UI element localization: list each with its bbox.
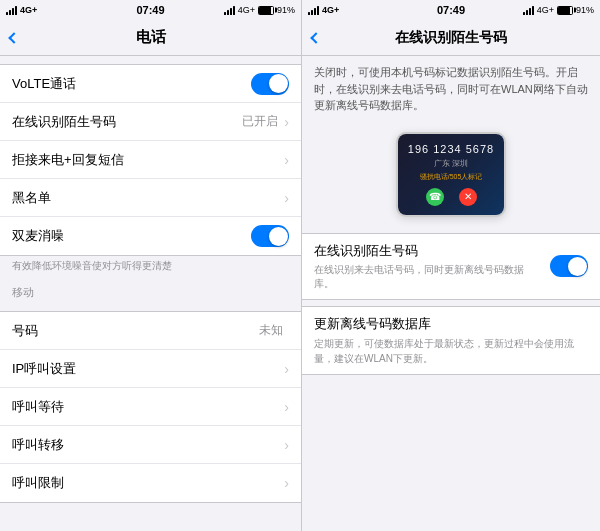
call-wait-arrow: › [284, 399, 289, 415]
right-chevron-left-icon [310, 32, 321, 43]
right-right-status: 4G+ 91% [523, 5, 594, 15]
update-title: 更新离线号码数据库 [314, 315, 588, 333]
right-battery-icon [557, 6, 573, 15]
number-value: 未知 [259, 322, 283, 339]
call-wait-label: 呼叫等待 [12, 398, 284, 416]
number-item[interactable]: 号码 未知 [0, 312, 301, 350]
right-left-signal: 4G+ [308, 5, 339, 15]
right-description-text: 关闭时，可使用本机号码标记数据识别陌生号码。开启时，在线识别来去电话号码，同时可… [302, 56, 600, 122]
signal-bars-1 [6, 5, 17, 15]
call-wait-item[interactable]: 呼叫等待 › [0, 388, 301, 426]
left-signal: 4G+ [6, 5, 37, 15]
mobile-section-header: 移动 [0, 279, 301, 303]
left-nav-bar: 电话 [0, 20, 301, 56]
call-forward-item[interactable]: 呼叫转移 › [0, 426, 301, 464]
call-restrict-label: 呼叫限制 [12, 474, 284, 492]
online-id-section-label-group: 在线识别陌生号码 在线识别来去电话号码，同时更新离线号码数据库。 [314, 242, 542, 291]
online-id-section: 在线识别陌生号码 在线识别来去电话号码，同时更新离线号码数据库。 [302, 233, 600, 300]
right-carrier-label: 4G+ [322, 5, 339, 15]
call-restrict-item[interactable]: 呼叫限制 › [0, 464, 301, 502]
phone-frame: 196 1234 5678 广东 深圳 骚扰电话/505人标记 ☎ ✕ [396, 132, 506, 217]
settings-group-1: VoLTE通话 在线识别陌生号码 已开启 › 拒接来电+回复短信 › 黑名单 ›… [0, 64, 301, 256]
volte-label: VoLTE通话 [12, 75, 251, 93]
right-back-button[interactable] [312, 34, 322, 42]
right-panel: 4G+ 07:49 4G+ 91% 在线识别陌生号码 关闭时，可使用本机号码标记… [301, 0, 600, 531]
left-status-bar: 4G+ 07:49 4G+ 91% [0, 0, 301, 20]
carrier-label: 4G+ [20, 5, 37, 15]
volte-toggle[interactable] [251, 73, 289, 95]
call-forward-label: 呼叫转移 [12, 436, 284, 454]
mobile-settings-group: 号码 未知 IP呼叫设置 › 呼叫等待 › 呼叫转移 › 呼叫限制 › [0, 311, 301, 503]
right-content-area: 关闭时，可使用本机号码标记数据识别陌生号码。开启时，在线识别来去电话号码，同时可… [302, 56, 600, 531]
carrier-label-2: 4G+ [238, 5, 255, 15]
phone-screen: 196 1234 5678 广东 深圳 骚扰电话/505人标记 ☎ ✕ [398, 134, 504, 215]
online-id-label: 在线识别陌生号码 [12, 113, 242, 131]
call-buttons-area: ☎ ✕ [426, 188, 477, 206]
volte-toggle-knob [269, 74, 288, 93]
left-nav-title: 电话 [136, 28, 166, 47]
number-label: 号码 [12, 322, 259, 340]
online-id-item[interactable]: 在线识别陌生号码 已开启 › [0, 103, 301, 141]
online-id-toggle-knob [568, 257, 587, 276]
online-id-value: 已开启 [242, 113, 278, 130]
right-battery-percent: 91% [576, 5, 594, 15]
battery-percent: 91% [277, 5, 295, 15]
ip-call-label: IP呼叫设置 [12, 360, 284, 378]
call-info-display: 骚扰电话/505人标记 [420, 172, 483, 182]
call-location-display: 广东 深圳 [434, 158, 468, 169]
ip-call-arrow: › [284, 361, 289, 377]
answer-button[interactable]: ☎ [426, 188, 444, 206]
signal-bars-2 [224, 5, 235, 15]
chevron-left-icon [8, 32, 19, 43]
blacklist-item[interactable]: 黑名单 › [0, 179, 301, 217]
volte-item[interactable]: VoLTE通话 [0, 65, 301, 103]
right-status-area: 4G+ 91% [224, 5, 295, 15]
dual-mic-label: 双麦消噪 [12, 227, 251, 245]
right-signal-bars-2 [523, 5, 534, 15]
reject-reply-item[interactable]: 拒接来电+回复短信 › [0, 141, 301, 179]
online-id-section-item[interactable]: 在线识别陌生号码 在线识别来去电话号码，同时更新离线号码数据库。 [302, 234, 600, 299]
right-nav-title: 在线识别陌生号码 [395, 29, 507, 47]
update-section: 更新离线号码数据库 定期更新，可使数据库处于最新状态，更新过程中会使用流量，建议… [302, 306, 600, 375]
phone-mockup-container: 196 1234 5678 广东 深圳 骚扰电话/505人标记 ☎ ✕ [302, 122, 600, 227]
dual-mic-description: 有效降低环境噪音使对方听得更清楚 [0, 256, 301, 279]
battery-icon [258, 6, 274, 15]
right-battery-fill [558, 7, 570, 14]
battery-fill [259, 7, 271, 14]
dual-mic-item[interactable]: 双麦消噪 [0, 217, 301, 255]
right-nav-bar: 在线识别陌生号码 [302, 20, 600, 56]
online-id-toggle[interactable] [550, 255, 588, 277]
right-carrier-label-2: 4G+ [537, 5, 554, 15]
ip-call-item[interactable]: IP呼叫设置 › [0, 350, 301, 388]
update-desc: 定期更新，可使数据库处于最新状态，更新过程中会使用流量，建议在WLAN下更新。 [314, 336, 588, 366]
reject-reply-label: 拒接来电+回复短信 [12, 151, 284, 169]
online-id-section-desc: 在线识别来去电话号码，同时更新离线号码数据库。 [314, 263, 542, 291]
dual-mic-toggle-knob [269, 227, 288, 246]
reject-reply-arrow: › [284, 152, 289, 168]
time-display: 07:49 [136, 4, 164, 16]
right-time-display: 07:49 [437, 4, 465, 16]
dual-mic-toggle[interactable] [251, 225, 289, 247]
decline-button[interactable]: ✕ [459, 188, 477, 206]
blacklist-label: 黑名单 [12, 189, 284, 207]
call-number-display: 196 1234 5678 [408, 143, 494, 155]
back-button[interactable] [10, 34, 20, 42]
call-forward-arrow: › [284, 437, 289, 453]
online-id-arrow: › [284, 114, 289, 130]
call-restrict-arrow: › [284, 475, 289, 491]
left-panel: 4G+ 07:49 4G+ 91% 电话 VoLTE通话 [0, 0, 301, 531]
online-id-section-title: 在线识别陌生号码 [314, 242, 542, 260]
right-status-bar: 4G+ 07:49 4G+ 91% [302, 0, 600, 20]
blacklist-arrow: › [284, 190, 289, 206]
right-signal-bars-1 [308, 5, 319, 15]
